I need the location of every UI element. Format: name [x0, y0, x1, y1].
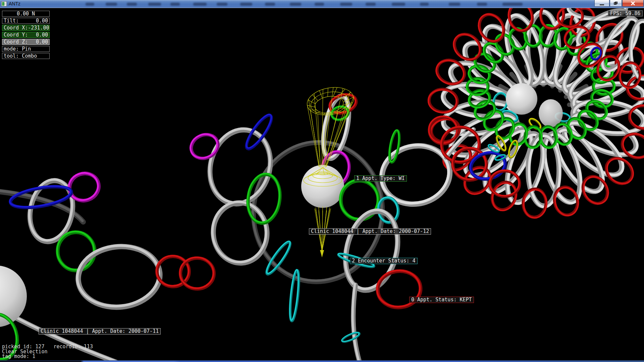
status-tag-mode: tag mode: 1 — [2, 354, 35, 359]
hud-heading: 0.00 N — [2, 11, 50, 17]
viewport-3d[interactable] — [0, 8, 644, 360]
tag-clinic-0712: Clinic 1048044 | Appt. Date: 2000-07-12 — [309, 228, 431, 235]
titlebar[interactable]: ANTz — [0, 0, 644, 8]
minimize-icon — [600, 4, 604, 5]
fps-counter: FPS: 59.86 — [608, 10, 643, 16]
hud-coord-x: Coord X:-231.00 — [2, 25, 50, 31]
close-icon — [631, 1, 635, 5]
restore-button[interactable] — [610, 0, 622, 7]
restore-icon — [614, 2, 618, 5]
scene-3d — [0, 8, 644, 360]
tag-appt-type: 1 Appt. Type: WI — [354, 175, 407, 182]
hud-tool: tool:Combo — [2, 53, 50, 59]
tag-encounter-status: 2 Encounter Status: 4 — [350, 258, 418, 264]
hud-mode: mode:Pin — [2, 46, 50, 52]
close-button[interactable] — [622, 0, 644, 7]
titlebar-glass-smudges — [0, 0, 590, 8]
antz-window: ANTz 0.00 N Tilt:0.00 Coord X:-231.00 Co… — [0, 0, 644, 362]
minimize-button[interactable] — [594, 0, 609, 7]
taskbar[interactable] — [0, 360, 644, 362]
tag-clinic-0711: Clinic 1048044 | Appt. Date: 2000-07-11 — [39, 328, 161, 335]
hud-coord-z: Coord Z:0.00 — [2, 39, 50, 45]
tag-appt-status: 0 Appt. Status: KEPT — [409, 297, 474, 303]
hud-coord-y: Coord Y:0.00 — [2, 32, 50, 38]
hud-tilt: Tilt:0.00 — [2, 18, 50, 24]
